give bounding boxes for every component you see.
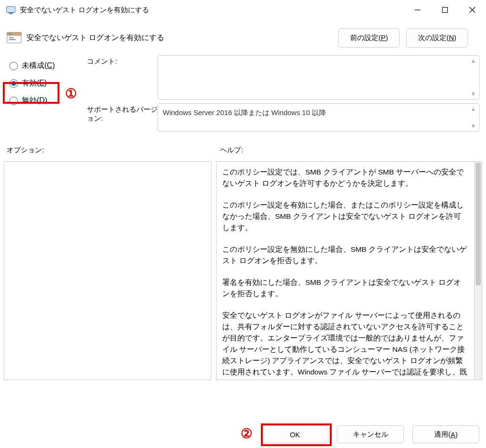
window-title: 安全でないゲスト ログオンを有効にする <box>20 6 149 15</box>
comment-scroll-up-icon[interactable]: ▲ <box>470 58 476 64</box>
supported-on-value: Windows Server 2016 以降または Windows 10 以降 … <box>158 103 479 132</box>
minimize-button[interactable] <box>404 0 431 20</box>
svg-rect-4 <box>443 8 448 13</box>
svg-rect-2 <box>10 13 12 14</box>
svg-rect-12 <box>9 39 16 40</box>
help-paragraph: このポリシー設定を有効にした場合、またはこのポリシー設定を構成しなかった場合、S… <box>222 199 469 233</box>
support-scroll-down-icon[interactable]: ▼ <box>470 123 476 129</box>
support-scroll-up-icon[interactable]: ▲ <box>470 106 476 112</box>
next-setting-button[interactable]: 次の設定(N) <box>406 28 468 48</box>
supported-on-label: サポートされるバージョン: <box>87 103 158 132</box>
help-scrollbar-thumb[interactable] <box>476 163 481 285</box>
svg-rect-0 <box>7 7 15 13</box>
apply-button[interactable]: 適用(A) <box>412 425 479 443</box>
svg-rect-1 <box>8 13 14 14</box>
svg-point-9 <box>9 33 10 34</box>
policy-header: 安全でないゲスト ログオンを有効にする 前の設定(P) 次の設定(N) <box>0 20 486 52</box>
annotation-number-1: ① <box>65 86 77 101</box>
help-panel: このポリシー設定では、SMB クライアントが SMB サーバーへの安全でないゲス… <box>216 161 475 380</box>
close-button[interactable] <box>459 0 486 20</box>
help-paragraph: このポリシー設定では、SMB クライアントが SMB サーバーへの安全でないゲス… <box>222 166 469 189</box>
help-scrollbar[interactable] <box>475 161 482 380</box>
svg-rect-11 <box>9 37 14 38</box>
annotation-number-2: ② <box>241 426 252 441</box>
help-paragraph: 安全でないゲスト ログオンがファイル サーバーによって使用されるのは、共有フォル… <box>222 310 469 380</box>
policy-icon <box>7 31 22 46</box>
options-section-label: オプション: <box>7 146 220 155</box>
help-section-label: ヘルプ: <box>220 146 243 155</box>
help-paragraph: このポリシー設定を無効にした場合、SMB クライアントは安全でないゲスト ログオ… <box>222 244 469 266</box>
comment-scroll-down-icon[interactable]: ▼ <box>470 91 476 97</box>
svg-point-10 <box>11 33 12 34</box>
comment-label: コメント: <box>87 55 158 100</box>
annotation-highlight-2 <box>261 423 332 446</box>
app-icon <box>6 5 16 15</box>
help-paragraph: 署名を有効にした場合、SMB クライアントは安全でないゲスト ログオンを拒否しま… <box>222 277 469 299</box>
previous-setting-button[interactable]: 前の設定(P) <box>338 28 400 48</box>
annotation-highlight-1 <box>3 82 59 104</box>
maximize-button[interactable] <box>431 0 459 20</box>
cancel-button[interactable]: キャンセル <box>337 425 404 443</box>
policy-title: 安全でないゲスト ログオンを有効にする <box>26 33 338 43</box>
comment-input[interactable]: ▲ ▼ <box>158 55 479 100</box>
title-bar: 安全でないゲスト ログオンを有効にする <box>0 0 486 20</box>
options-panel <box>4 161 211 380</box>
radio-not-configured[interactable]: 未構成(C) <box>9 61 87 71</box>
